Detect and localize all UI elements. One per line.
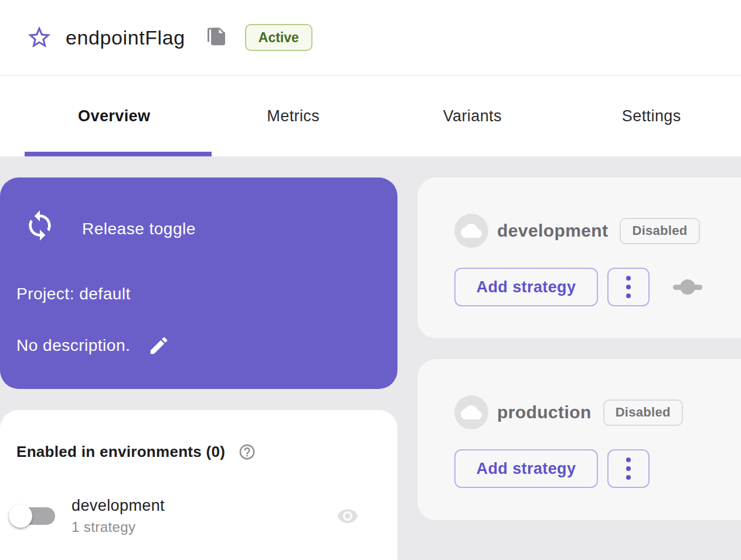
flag-type-label: Release toggle [82,220,196,238]
environment-card-development: development Disabled Add strategy [417,177,741,338]
environment-card-header: development Disabled [454,214,700,248]
help-button[interactable] [238,443,256,461]
development-enable-toggle[interactable] [13,507,55,525]
copy-flag-name-button[interactable] [205,26,227,49]
tab-metrics[interactable]: Metrics [204,76,383,156]
toggle-thumb [9,504,32,528]
cloud-avatar [454,214,488,248]
environment-card-actions: Add strategy [454,268,702,306]
environment-list-item: development 1 strategy [13,497,372,535]
feature-flag-page: endpointFlag Active Overview Metrics Var… [0,0,741,560]
kebab-icon [626,276,631,281]
cloud-icon [461,402,482,423]
panel-heading-row: Enabled in environments (0) [16,443,256,461]
environment-toggle-slider-icon[interactable] [673,279,702,295]
tab-variants[interactable]: Variants [383,76,562,156]
page-header: endpointFlag Active [0,0,741,76]
flag-overview-card: Release toggle Project: default No descr… [0,177,397,389]
environment-card-title: production [497,402,592,422]
environment-status-badge: Disabled [603,399,683,426]
tab-settings[interactable]: Settings [562,76,741,156]
cloud-avatar [454,395,488,429]
panel-heading: Enabled in environments (0) [16,443,225,461]
add-strategy-button[interactable]: Add strategy [454,268,598,306]
environment-menu-button[interactable] [607,268,650,306]
status-badge: Active [245,24,312,51]
release-toggle-icon [23,209,56,242]
pencil-icon [148,334,170,357]
add-strategy-button[interactable]: Add strategy [454,449,598,488]
tab-list: Overview Metrics Variants Settings [0,76,741,156]
environment-card-production: production Disabled Add strategy [417,359,741,520]
tab-bar: Overview Metrics Variants Settings [0,76,741,156]
star-icon [26,24,53,51]
tab-overview[interactable]: Overview [25,76,204,156]
favorite-button[interactable] [26,24,53,51]
help-icon [238,443,256,461]
strategy-count: 1 strategy [72,519,165,535]
page-title: endpointFlag [66,26,185,49]
enabled-environments-panel: Enabled in environments (0) development … [0,410,397,560]
environment-name: development [72,497,165,515]
kebab-icon [626,457,631,462]
environment-card-actions: Add strategy [454,449,650,488]
eye-icon [336,505,359,527]
cloud-icon [461,220,482,241]
edit-description-button[interactable] [148,334,170,357]
project-label: Project: default [16,285,131,303]
visibility-button[interactable] [336,505,359,527]
active-tab-indicator [25,152,212,156]
environment-labels: development 1 strategy [72,497,165,535]
environment-menu-button[interactable] [607,449,650,488]
description-row: No description. [16,334,170,357]
environment-status-badge: Disabled [620,218,699,244]
description-label: No description. [16,336,130,355]
copy-icon [206,27,227,48]
environment-card-title: development [497,221,608,241]
environment-card-header: production Disabled [454,395,683,429]
